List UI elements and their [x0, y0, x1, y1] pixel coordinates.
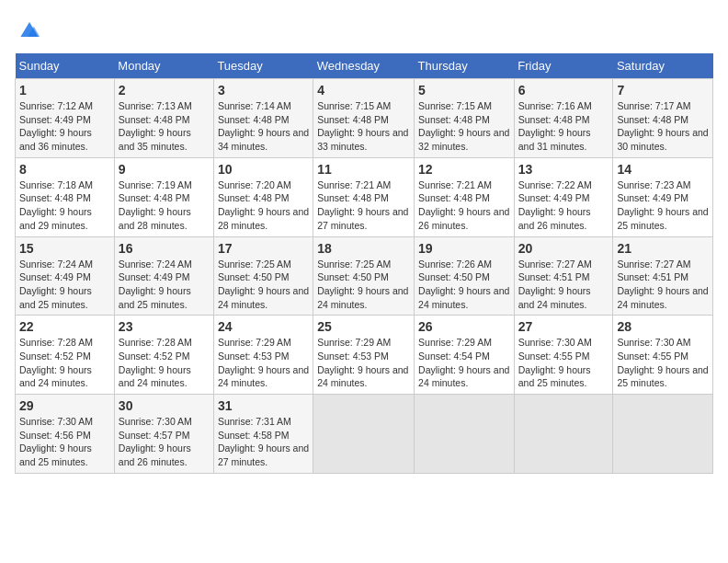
day-number: 15 — [19, 241, 110, 256]
day-info: Sunrise: 7:27 AM Sunset: 4:51 PM Dayligh… — [518, 258, 609, 312]
day-info: Sunrise: 7:29 AM Sunset: 4:53 PM Dayligh… — [218, 336, 309, 390]
day-info: Sunrise: 7:29 AM Sunset: 4:54 PM Dayligh… — [418, 336, 510, 390]
day-number: 9 — [119, 162, 210, 177]
day-number: 29 — [19, 398, 110, 413]
day-info: Sunrise: 7:18 AM Sunset: 4:48 PM Dayligh… — [19, 178, 110, 233]
calendar-cell: 25 Sunrise: 7:29 AM Sunset: 4:53 PM Dayl… — [313, 316, 415, 395]
day-number: 18 — [317, 241, 410, 256]
day-info: Sunrise: 7:22 AM Sunset: 4:49 PM Dayligh… — [518, 178, 609, 233]
day-number: 26 — [418, 319, 510, 334]
calendar-cell: 17 Sunrise: 7:25 AM Sunset: 4:50 PM Dayl… — [213, 236, 313, 316]
calendar-cell: 4 Sunrise: 7:15 AM Sunset: 4:48 PM Dayli… — [313, 79, 415, 158]
calendar-cell: 29 Sunrise: 7:30 AM Sunset: 4:56 PM Dayl… — [16, 395, 115, 474]
calendar-cell: 27 Sunrise: 7:30 AM Sunset: 4:55 PM Dayl… — [514, 316, 613, 395]
day-info: Sunrise: 7:19 AM Sunset: 4:48 PM Dayligh… — [119, 178, 210, 233]
day-number: 28 — [617, 319, 709, 334]
day-info: Sunrise: 7:15 AM Sunset: 4:48 PM Dayligh… — [317, 99, 410, 154]
calendar-cell: 7 Sunrise: 7:17 AM Sunset: 4:48 PM Dayli… — [613, 79, 713, 158]
day-number: 17 — [218, 241, 309, 256]
calendar-cell: 16 Sunrise: 7:24 AM Sunset: 4:49 PM Dayl… — [114, 236, 213, 316]
day-info: Sunrise: 7:28 AM Sunset: 4:52 PM Dayligh… — [19, 336, 110, 390]
day-info: Sunrise: 7:16 AM Sunset: 4:48 PM Dayligh… — [518, 99, 609, 154]
day-info: Sunrise: 7:26 AM Sunset: 4:50 PM Dayligh… — [418, 258, 510, 312]
day-info: Sunrise: 7:14 AM Sunset: 4:48 PM Dayligh… — [218, 99, 309, 154]
calendar-cell: 22 Sunrise: 7:28 AM Sunset: 4:52 PM Dayl… — [16, 316, 115, 395]
calendar-cell: 31 Sunrise: 7:31 AM Sunset: 4:58 PM Dayl… — [213, 395, 313, 474]
day-header-monday: Monday — [114, 53, 213, 79]
calendar-cell: 30 Sunrise: 7:30 AM Sunset: 4:57 PM Dayl… — [114, 395, 213, 474]
page-header — [15, 15, 713, 44]
day-number: 21 — [617, 241, 709, 256]
day-info: Sunrise: 7:15 AM Sunset: 4:48 PM Dayligh… — [418, 99, 510, 154]
calendar-week-3: 15 Sunrise: 7:24 AM Sunset: 4:49 PM Dayl… — [16, 236, 713, 316]
day-info: Sunrise: 7:12 AM Sunset: 4:49 PM Dayligh… — [19, 99, 110, 154]
calendar-cell: 2 Sunrise: 7:13 AM Sunset: 4:48 PM Dayli… — [114, 79, 213, 158]
calendar-cell: 3 Sunrise: 7:14 AM Sunset: 4:48 PM Dayli… — [213, 79, 313, 158]
calendar-cell: 24 Sunrise: 7:29 AM Sunset: 4:53 PM Dayl… — [213, 316, 313, 395]
calendar-cell — [313, 395, 415, 474]
calendar-cell: 23 Sunrise: 7:28 AM Sunset: 4:52 PM Dayl… — [114, 316, 213, 395]
day-info: Sunrise: 7:25 AM Sunset: 4:50 PM Dayligh… — [218, 258, 309, 312]
day-number: 25 — [317, 319, 410, 334]
calendar-table: SundayMondayTuesdayWednesdayThursdayFrid… — [15, 53, 713, 474]
calendar-cell: 6 Sunrise: 7:16 AM Sunset: 4:48 PM Dayli… — [514, 79, 613, 158]
day-info: Sunrise: 7:13 AM Sunset: 4:48 PM Dayligh… — [119, 99, 210, 154]
day-info: Sunrise: 7:24 AM Sunset: 4:49 PM Dayligh… — [119, 258, 210, 312]
day-number: 20 — [518, 241, 609, 256]
day-header-saturday: Saturday — [613, 53, 713, 79]
day-number: 12 — [418, 162, 510, 177]
calendar-week-4: 22 Sunrise: 7:28 AM Sunset: 4:52 PM Dayl… — [16, 316, 713, 395]
calendar-cell: 9 Sunrise: 7:19 AM Sunset: 4:48 PM Dayli… — [114, 157, 213, 236]
calendar-cell: 13 Sunrise: 7:22 AM Sunset: 4:49 PM Dayl… — [514, 157, 613, 236]
day-info: Sunrise: 7:27 AM Sunset: 4:51 PM Dayligh… — [617, 258, 709, 312]
calendar-cell: 5 Sunrise: 7:15 AM Sunset: 4:48 PM Dayli… — [415, 79, 515, 158]
day-info: Sunrise: 7:20 AM Sunset: 4:48 PM Dayligh… — [218, 178, 309, 233]
day-header-thursday: Thursday — [415, 53, 515, 79]
day-number: 7 — [617, 83, 709, 98]
day-info: Sunrise: 7:31 AM Sunset: 4:58 PM Dayligh… — [218, 415, 309, 469]
day-number: 5 — [418, 83, 510, 98]
day-info: Sunrise: 7:21 AM Sunset: 4:48 PM Dayligh… — [418, 178, 510, 233]
day-number: 11 — [317, 162, 410, 177]
calendar-cell: 18 Sunrise: 7:25 AM Sunset: 4:50 PM Dayl… — [313, 236, 415, 316]
calendar-cell — [514, 395, 613, 474]
day-number: 30 — [119, 398, 210, 413]
day-info: Sunrise: 7:30 AM Sunset: 4:55 PM Dayligh… — [518, 336, 609, 390]
day-info: Sunrise: 7:23 AM Sunset: 4:49 PM Dayligh… — [617, 178, 709, 233]
day-number: 22 — [19, 319, 110, 334]
calendar-cell: 12 Sunrise: 7:21 AM Sunset: 4:48 PM Dayl… — [415, 157, 515, 236]
calendar-cell: 21 Sunrise: 7:27 AM Sunset: 4:51 PM Dayl… — [613, 236, 713, 316]
day-number: 10 — [218, 162, 309, 177]
day-number: 3 — [218, 83, 309, 98]
calendar-cell: 15 Sunrise: 7:24 AM Sunset: 4:49 PM Dayl… — [16, 236, 115, 316]
day-number: 24 — [218, 319, 309, 334]
day-header-wednesday: Wednesday — [313, 53, 415, 79]
day-number: 14 — [617, 162, 709, 177]
day-number: 19 — [418, 241, 510, 256]
day-number: 31 — [218, 398, 309, 413]
day-info: Sunrise: 7:30 AM Sunset: 4:56 PM Dayligh… — [19, 415, 110, 469]
calendar-cell: 11 Sunrise: 7:21 AM Sunset: 4:48 PM Dayl… — [313, 157, 415, 236]
logo — [15, 15, 48, 44]
day-header-sunday: Sunday — [16, 53, 115, 79]
day-number: 1 — [19, 83, 110, 98]
day-number: 23 — [119, 319, 210, 334]
calendar-cell: 8 Sunrise: 7:18 AM Sunset: 4:48 PM Dayli… — [16, 157, 115, 236]
day-info: Sunrise: 7:29 AM Sunset: 4:53 PM Dayligh… — [317, 336, 410, 390]
calendar-week-5: 29 Sunrise: 7:30 AM Sunset: 4:56 PM Dayl… — [16, 395, 713, 474]
day-info: Sunrise: 7:30 AM Sunset: 4:57 PM Dayligh… — [119, 415, 210, 469]
calendar-cell: 28 Sunrise: 7:30 AM Sunset: 4:55 PM Dayl… — [613, 316, 713, 395]
day-number: 16 — [119, 241, 210, 256]
calendar-cell — [415, 395, 515, 474]
day-info: Sunrise: 7:17 AM Sunset: 4:48 PM Dayligh… — [617, 99, 709, 154]
calendar-week-1: 1 Sunrise: 7:12 AM Sunset: 4:49 PM Dayli… — [16, 79, 713, 158]
day-info: Sunrise: 7:25 AM Sunset: 4:50 PM Dayligh… — [317, 258, 410, 312]
day-number: 8 — [19, 162, 110, 177]
calendar-cell: 10 Sunrise: 7:20 AM Sunset: 4:48 PM Dayl… — [213, 157, 313, 236]
day-header-tuesday: Tuesday — [213, 53, 313, 79]
day-number: 6 — [518, 83, 609, 98]
day-header-friday: Friday — [514, 53, 613, 79]
day-info: Sunrise: 7:21 AM Sunset: 4:48 PM Dayligh… — [317, 178, 410, 233]
day-number: 4 — [317, 83, 410, 98]
day-number: 13 — [518, 162, 609, 177]
